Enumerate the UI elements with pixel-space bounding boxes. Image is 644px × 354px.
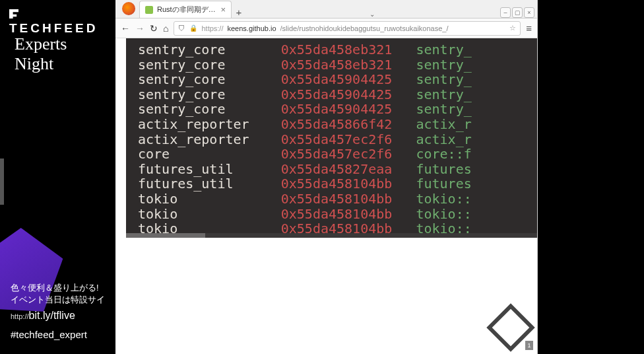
function-name: sentry_ [416, 71, 471, 87]
terminal-row: futures_util 0x55da458104bb futures [138, 176, 537, 192]
promo-url: http://bit.ly/tflive [11, 306, 110, 326]
tabs-dropdown-button[interactable]: ⌄ [366, 5, 378, 18]
terminal-block: sentry_core 0x55da458eb321 sentry_sentry… [126, 38, 537, 238]
url-path: /slide/rustnohidoukidebaggutsu_ruwotsuka… [280, 24, 449, 32]
terminal-row: core 0x55da457ec2f6 core::f [138, 147, 537, 162]
url-scheme: https:// [201, 24, 223, 32]
browser-window: Rustの非同期デバッ × + ⌄ – ▢ × ← → ↻ ⌂ ⛉ 🔒 http… [115, 0, 538, 354]
tab-close-button[interactable]: × [220, 5, 226, 15]
terminal-row: futures_util 0x55da45827eaa futures [138, 162, 537, 177]
address-value: 0x55da458eb321 [281, 42, 408, 57]
nav-back-button[interactable]: ← [121, 23, 130, 34]
background-right [538, 0, 644, 354]
module-name: sentry_core [138, 101, 281, 117]
overlay-promo-block: 色々便利＆盛り上がる! イベント当日は特設サイ http://bit.ly/tf… [0, 278, 115, 354]
shield-icon[interactable]: ⛉ [178, 24, 185, 32]
terminal-h-scrollbar[interactable] [126, 233, 537, 238]
browser-toolbar: ← → ↻ ⌂ ⛉ 🔒 https://keens.github.io/slid… [115, 18, 537, 38]
terminal-row: sentry_core 0x55da45904425 sentry_ [138, 87, 537, 102]
address-value: 0x55da45904425 [281, 101, 408, 117]
lock-icon[interactable]: 🔒 [189, 24, 197, 32]
function-name: futures [416, 161, 471, 177]
window-maximize-button[interactable]: ▢ [512, 7, 523, 18]
overlay-logo-sub: Experts Night [9, 34, 108, 74]
function-name: futures [416, 176, 471, 192]
hamburger-menu-button[interactable]: ≡ [526, 22, 532, 34]
function-name: sentry_ [416, 101, 471, 117]
terminal-row: tokio 0x55da458104bb tokio:: [138, 207, 537, 222]
module-name: core [138, 146, 281, 162]
address-value: 0x55da457ec2f6 [281, 146, 408, 162]
promo-url-scheme: http:// [11, 312, 29, 320]
terminal-row: actix_reporter 0x55da45866f42 actix_r [138, 117, 537, 132]
tab-title: Rustの非同期デバッ [157, 5, 216, 15]
module-name: sentry_core [138, 57, 281, 73]
terminal-row: sentry_core 0x55da458eb321 sentry_ [138, 57, 537, 73]
address-value: 0x55da458104bb [281, 176, 408, 192]
address-value: 0x55da45866f42 [281, 116, 408, 132]
terminal-row: sentry_core 0x55da45904425 sentry_ [138, 102, 537, 117]
function-name: tokio:: [416, 191, 471, 207]
module-name: actix_reporter [138, 116, 281, 132]
nav-home-button[interactable]: ⌂ [163, 23, 168, 34]
promo-hashtag: #techfeed_expert [11, 326, 110, 343]
overlay-logo-text: TECHFEED [9, 21, 98, 35]
new-tab-button[interactable]: + [232, 4, 246, 18]
function-name: sentry_ [416, 57, 471, 73]
module-name: tokio [138, 206, 281, 222]
module-name: sentry_core [138, 87, 281, 102]
browser-tab[interactable]: Rustの非同期デバッ × [139, 1, 232, 18]
module-name: tokio [138, 191, 281, 207]
module-name: sentry_core [138, 42, 281, 57]
logo-f-icon [9, 9, 18, 18]
promo-line-2: イベント当日は特設サイ [11, 294, 110, 306]
nav-reload-button[interactable]: ↻ [150, 23, 158, 34]
url-host: keens.github.io [228, 24, 276, 32]
function-name: tokio:: [416, 206, 471, 222]
module-name: futures_util [138, 161, 281, 177]
firefox-icon [122, 2, 135, 15]
tab-favicon-icon [145, 6, 153, 14]
module-name: futures_util [138, 176, 281, 192]
window-close-button[interactable]: × [524, 7, 534, 18]
overlay-logo: TECHFEED Experts Night [0, 0, 115, 77]
terminal-row: actix_reporter 0x55da457ec2f6 actix_r [138, 132, 537, 147]
address-value: 0x55da45904425 [281, 71, 408, 87]
bookmark-star-button[interactable]: ☆ [509, 24, 516, 32]
window-controls: – ▢ × [500, 5, 537, 18]
module-name: actix_reporter [138, 131, 281, 147]
function-name: sentry_ [416, 87, 471, 102]
stream-overlay-panel: TECHFEED Experts Night 色々便利＆盛り上がる! イベント当… [0, 0, 115, 354]
address-value: 0x55da45904425 [281, 87, 408, 102]
function-name: actix_r [416, 116, 471, 132]
overlay-logo-main: TECHFEED [9, 7, 108, 36]
url-bar[interactable]: ⛉ 🔒 https://keens.github.io/slide/rustno… [174, 21, 521, 36]
function-name: core::f [416, 146, 471, 162]
module-name: sentry_core [138, 71, 281, 87]
address-value: 0x55da458eb321 [281, 57, 408, 73]
function-name: actix_r [416, 131, 471, 147]
nav-forward-button[interactable]: → [135, 23, 145, 34]
scrollbar-thumb[interactable] [126, 233, 205, 238]
promo-line-1: 色々便利＆盛り上がる! [11, 282, 110, 295]
address-value: 0x55da457ec2f6 [281, 131, 408, 147]
terminal-row: tokio 0x55da458104bb tokio:: [138, 192, 537, 207]
window-minimize-button[interactable]: – [500, 7, 511, 18]
address-value: 0x55da458104bb [281, 206, 408, 222]
address-value: 0x55da45827eaa [281, 161, 408, 177]
promo-url-main: bit.ly/tflive [29, 310, 75, 321]
page-content: sentry_core 0x55da458eb321 sentry_sentry… [115, 38, 537, 354]
function-name: sentry_ [416, 42, 471, 57]
terminal-row: sentry_core 0x55da45904425 sentry_ [138, 72, 537, 87]
overlay-side-tab [0, 159, 4, 205]
terminal-row: sentry_core 0x55da458eb321 sentry_ [138, 42, 537, 57]
slide-page-number: 1 [525, 341, 533, 350]
address-value: 0x55da458104bb [281, 191, 408, 207]
browser-tabbar: Rustの非同期デバッ × + ⌄ – ▢ × [115, 0, 537, 18]
